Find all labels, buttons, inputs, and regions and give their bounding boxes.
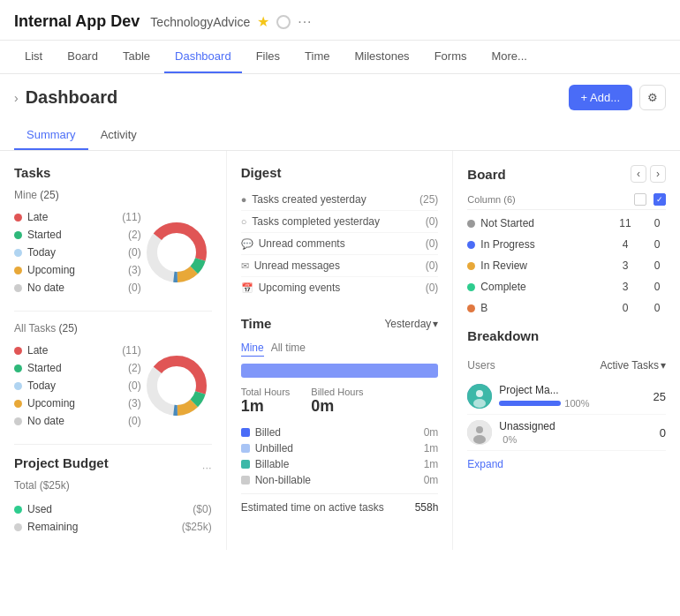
table-row: Today (0) xyxy=(14,377,141,394)
time-dropdown[interactable]: Yesterday ▾ xyxy=(384,318,438,330)
nodate-count2: (0) xyxy=(128,415,141,427)
breakdown-header: Breakdown xyxy=(467,328,666,352)
events-count: (0) xyxy=(426,282,439,294)
left-column: Tasks Mine (25) Late (11) Started (2) xyxy=(0,151,227,550)
inprogress-dot xyxy=(467,241,475,249)
star-icon[interactable]: ★ xyxy=(257,13,269,30)
budget-section: Project Budget ··· Total ($25k) Used ($0… xyxy=(14,455,212,536)
billable-value: 1m xyxy=(424,458,439,470)
used-value: ($0) xyxy=(193,503,211,515)
time-tab-mine[interactable]: Mine xyxy=(241,340,264,357)
app-header: Internal App Dev TechnologyAdvice ★ ··· xyxy=(0,0,680,41)
time-tab-all[interactable]: All time xyxy=(271,340,306,357)
active-tasks-dropdown[interactable]: Active Tasks ▾ xyxy=(601,359,666,372)
budget-dots[interactable]: ··· xyxy=(202,461,212,474)
inreview-label: In Review xyxy=(480,259,527,272)
table-row: Late (11) xyxy=(14,342,141,359)
all-donut xyxy=(141,350,212,421)
svg-point-17 xyxy=(473,435,486,444)
upcoming-dot xyxy=(14,267,22,274)
completed-count: (0) xyxy=(426,215,439,228)
tab-table[interactable]: Table xyxy=(112,41,161,73)
mine-donut xyxy=(141,217,212,288)
comments-count: (0) xyxy=(426,237,439,250)
comments-icon: 💬 xyxy=(241,238,253,250)
tab-activity[interactable]: Activity xyxy=(88,121,149,150)
gear-icon: ⚙ xyxy=(647,91,658,104)
board-next-button[interactable]: › xyxy=(650,165,666,183)
unbilled-label: Unbilled xyxy=(255,442,293,454)
main-content: Tasks Mine (25) Late (11) Started (2) xyxy=(0,151,680,550)
breakdown-row-pm: Project Ma... 100% 25 xyxy=(467,379,666,415)
messages-count: (0) xyxy=(426,259,439,272)
settings-button[interactable]: ⚙ xyxy=(639,85,666,110)
started-dot2 xyxy=(14,364,22,372)
board-col-icon-empty[interactable] xyxy=(634,193,646,206)
unassigned-count: 0 xyxy=(660,426,666,439)
mid-column: Digest ● Tasks created yesterday (25) ○ … xyxy=(227,151,454,550)
board-row-inreview: In Review 3 0 xyxy=(467,256,666,275)
estimated-time: Estimated time on active tasks 558h xyxy=(241,493,439,514)
billed-value: 0m xyxy=(424,426,439,439)
late-dot2 xyxy=(14,347,22,355)
board-nav: ‹ › xyxy=(631,165,666,183)
add-button[interactable]: + Add... xyxy=(569,85,632,110)
tab-time[interactable]: Time xyxy=(294,41,340,73)
board-header: Board ‹ › xyxy=(467,165,666,183)
active-tasks-label: Active Tasks xyxy=(601,359,659,372)
upcoming-label: Upcoming xyxy=(27,264,75,276)
board-prev-button[interactable]: ‹ xyxy=(631,165,646,183)
all-task-rows: Late (11) Started (2) Today (0) Upcomi xyxy=(14,342,141,430)
time-breakdown-row-billable: Billable 1m xyxy=(241,458,439,470)
all-count: (25) xyxy=(58,322,77,334)
svg-point-5 xyxy=(159,235,194,270)
board-rows: Not Started 11 0 In Progress 4 0 xyxy=(467,214,666,318)
tab-dashboard[interactable]: Dashboard xyxy=(164,41,242,73)
billed-hours-label: Billed Hours xyxy=(311,387,363,397)
table-row: Started (2) xyxy=(14,226,141,244)
unassigned-pct: 0% xyxy=(502,434,517,445)
billed-dot xyxy=(241,428,250,437)
late-label: Late xyxy=(27,211,48,223)
digest-row-messages[interactable]: ✉ Unread messages (0) xyxy=(241,255,439,277)
total-hours-value: 1m xyxy=(241,397,291,416)
tasks-section: Tasks Mine (25) Late (11) Started (2) xyxy=(14,165,212,430)
more-dots[interactable]: ··· xyxy=(298,14,312,30)
tab-summary[interactable]: Summary xyxy=(14,121,88,150)
messages-icon: ✉ xyxy=(241,260,249,272)
board-col-icon-checked[interactable]: ✓ xyxy=(654,193,666,206)
b-dot xyxy=(467,304,475,312)
time-breakdown-row-unbilled: Unbilled 1m xyxy=(241,442,439,454)
pm-info: Project Ma... 100% xyxy=(499,384,646,409)
board-section: Board ‹ › Column (6) ✓ Not Started xyxy=(467,165,666,318)
nodate-label: No date xyxy=(27,282,64,294)
breadcrumb-arrow[interactable]: › xyxy=(14,91,19,105)
b-count1: 0 xyxy=(616,302,634,314)
tab-forms[interactable]: Forms xyxy=(424,41,478,73)
board-row-inprogress: In Progress 4 0 xyxy=(467,235,666,254)
started-count2: (2) xyxy=(128,362,141,374)
tab-more[interactable]: More... xyxy=(480,41,537,73)
inreview-count2: 0 xyxy=(648,259,666,272)
mine-header: Mine (25) xyxy=(14,189,212,201)
late-count: (11) xyxy=(122,211,140,223)
digest-row-events[interactable]: 📅 Upcoming events (0) xyxy=(241,277,439,298)
expand-link[interactable]: Expand xyxy=(467,458,666,470)
nostart-count1: 11 xyxy=(616,217,634,229)
upcoming-count2: (3) xyxy=(128,397,141,409)
breakdown-section: Breakdown Users Active Tasks ▾ xyxy=(467,328,666,470)
digest-row-created[interactable]: ● Tasks created yesterday (25) xyxy=(241,189,439,211)
tab-milestones[interactable]: Milestones xyxy=(344,41,419,73)
tab-list[interactable]: List xyxy=(14,41,53,73)
started-dot xyxy=(14,231,22,239)
today-dot2 xyxy=(14,382,22,390)
budget-subtitle: Total ($25k) xyxy=(14,479,212,492)
tab-files[interactable]: Files xyxy=(246,41,291,73)
late-label2: Late xyxy=(27,344,48,357)
tab-board[interactable]: Board xyxy=(57,41,109,73)
app-subtitle: TechnologyAdvice xyxy=(150,15,250,29)
used-label: Used xyxy=(27,503,52,515)
digest-row-completed[interactable]: ○ Tasks completed yesterday (0) xyxy=(241,211,439,233)
table-row: Started (2) xyxy=(14,359,141,377)
digest-row-comments[interactable]: 💬 Unread comments (0) xyxy=(241,233,439,255)
